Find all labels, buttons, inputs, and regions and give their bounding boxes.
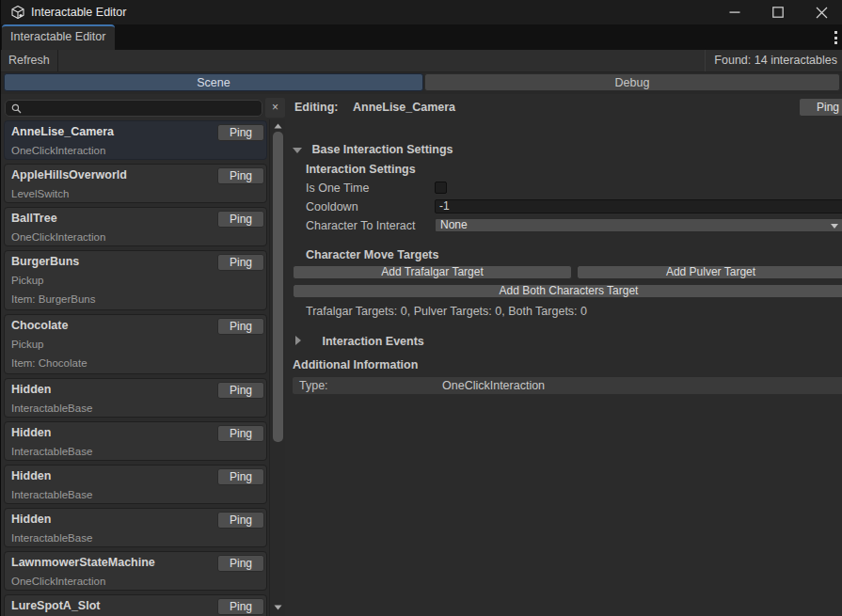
item-subtitle: OneClickInteraction [11, 576, 105, 587]
targets-summary-label: Trafalgar Targets: 0, Pulver Targets: 0,… [306, 305, 587, 318]
item-name: Hidden [11, 513, 51, 526]
list-item[interactable]: HiddenInteractableBasePing [4, 421, 267, 461]
item-ping-button[interactable]: Ping [217, 468, 264, 485]
item-ping-button[interactable]: Ping [217, 555, 264, 572]
search-clear-button[interactable]: × [265, 98, 285, 118]
is-one-time-label: Is One Time [306, 182, 369, 195]
interactable-editor-window: Interactable Editor Interactable Editor … [0, 0, 842, 616]
cooldown-field[interactable]: -1 [435, 199, 842, 213]
list-item[interactable]: LureSpotA_SlotPing [4, 594, 267, 616]
item-ping-button[interactable]: Ping [217, 211, 264, 228]
item-subtitle: Item: BurgerBuns [11, 293, 95, 305]
item-subtitle: Item: Chocolate [11, 357, 87, 369]
list-item[interactable]: AnneLise_CameraOneClickInteractionPing [4, 120, 267, 160]
inspector-ping-button[interactable]: Ping [799, 98, 842, 117]
list-item[interactable]: BallTreeOneClickInteractionPing [4, 207, 267, 246]
interaction-events-foldout[interactable]: Interaction Events [295, 332, 424, 349]
item-name: Hidden [11, 426, 51, 439]
base-settings-foldout-label: Base Interaction Settings [311, 143, 453, 156]
item-name: BallTree [11, 212, 57, 225]
item-name: Chocolate [11, 319, 68, 332]
type-value: OneClickInteraction [442, 377, 545, 394]
scroll-down-icon[interactable] [270, 602, 286, 613]
editor-tab-label: Interactable Editor [10, 30, 115, 43]
foldout-expanded-icon [293, 148, 302, 153]
item-ping-button[interactable]: Ping [217, 124, 264, 141]
item-subtitle: OneClickInteraction [11, 145, 105, 156]
list-item[interactable]: BurgerBunsPickupItem: BurgerBunsPing [4, 250, 267, 310]
refresh-button[interactable]: Refresh [1, 50, 58, 71]
item-subtitle: OneClickInteraction [11, 231, 105, 243]
move-targets-header: Character Move Targets [306, 248, 439, 261]
add-trafalgar-target-button[interactable]: Add Trafalgar Target [293, 265, 572, 279]
type-label: Type: [299, 377, 328, 394]
item-subtitle: InteractableBase [11, 403, 92, 414]
scroll-up-icon[interactable] [270, 120, 286, 132]
item-ping-button[interactable]: Ping [217, 382, 264, 399]
item-subtitle: LevelSwitch [11, 188, 69, 199]
list-item[interactable]: HiddenInteractableBasePing [4, 465, 267, 504]
cooldown-label: Cooldown [306, 200, 358, 213]
item-ping-button[interactable]: Ping [217, 425, 264, 442]
list-scrollbar[interactable] [269, 119, 285, 616]
editing-label: Editing: [294, 101, 339, 114]
tab-interactable-editor[interactable]: Interactable Editor [2, 24, 115, 50]
item-name: LureSpotA_Slot [11, 599, 100, 612]
foldout-collapsed-icon [295, 336, 301, 345]
item-subtitle: InteractableBase [11, 532, 92, 544]
add-both-characters-target-button[interactable]: Add Both Characters Target [293, 284, 842, 298]
item-ping-button[interactable]: Ping [217, 254, 264, 271]
item-ping-button[interactable]: Ping [217, 512, 264, 529]
inspector-panel: Editing: AnneLise_Camera Ping Base Inter… [290, 0, 842, 616]
item-name: Hidden [11, 383, 51, 396]
item-ping-button[interactable]: Ping [217, 167, 264, 184]
list-item[interactable]: AppleHillsOverworldLevelSwitchPing [4, 164, 267, 203]
item-subtitle: InteractableBase [11, 446, 92, 457]
list-item[interactable]: LawnmowerStateMachineOneClickInteraction… [4, 551, 267, 591]
add-pulver-target-button[interactable]: Add Pulver Target [577, 265, 842, 279]
item-ping-button[interactable]: Ping [217, 318, 264, 335]
item-subtitle: InteractableBase [11, 489, 92, 500]
item-name: AnneLise_Camera [11, 125, 114, 138]
list-item[interactable]: HiddenInteractableBasePing [4, 508, 267, 547]
list-item[interactable]: ChocolatePickupItem: ChocolatePing [4, 314, 267, 374]
scrollbar-thumb[interactable] [273, 132, 283, 442]
item-name: BurgerBuns [11, 255, 79, 268]
unity-cube-icon [10, 5, 25, 20]
item-subtitle: Pickup [11, 275, 44, 286]
base-settings-foldout[interactable]: Base Interaction Settings [293, 140, 453, 157]
type-info-row: Type: OneClickInteraction [293, 377, 842, 394]
item-ping-button[interactable]: Ping [217, 598, 264, 615]
interaction-events-foldout-label: Interaction Events [322, 335, 423, 348]
character-to-interact-label: Character To Interact [306, 219, 416, 232]
item-name: AppleHillsOverworld [11, 168, 127, 182]
chevron-down-icon [831, 224, 838, 229]
interactable-list: AnneLise_CameraOneClickInteractionPingAp… [4, 120, 267, 616]
search-icon [11, 103, 22, 114]
is-one-time-checkbox[interactable] [435, 182, 447, 194]
editing-target-name: AnneLise_Camera [353, 101, 455, 114]
additional-info-header: Additional Information [293, 358, 418, 371]
character-to-interact-dropdown[interactable]: None [435, 218, 842, 232]
search-input[interactable] [5, 100, 262, 117]
item-subtitle: Pickup [11, 339, 44, 350]
item-name: LawnmowerStateMachine [11, 556, 155, 569]
item-name: Hidden [11, 469, 51, 482]
character-dropdown-value: None [440, 218, 468, 231]
interaction-settings-header: Interaction Settings [306, 163, 416, 176]
list-item[interactable]: HiddenInteractableBasePing [4, 378, 267, 418]
window-title: Interactable Editor [31, 0, 126, 24]
